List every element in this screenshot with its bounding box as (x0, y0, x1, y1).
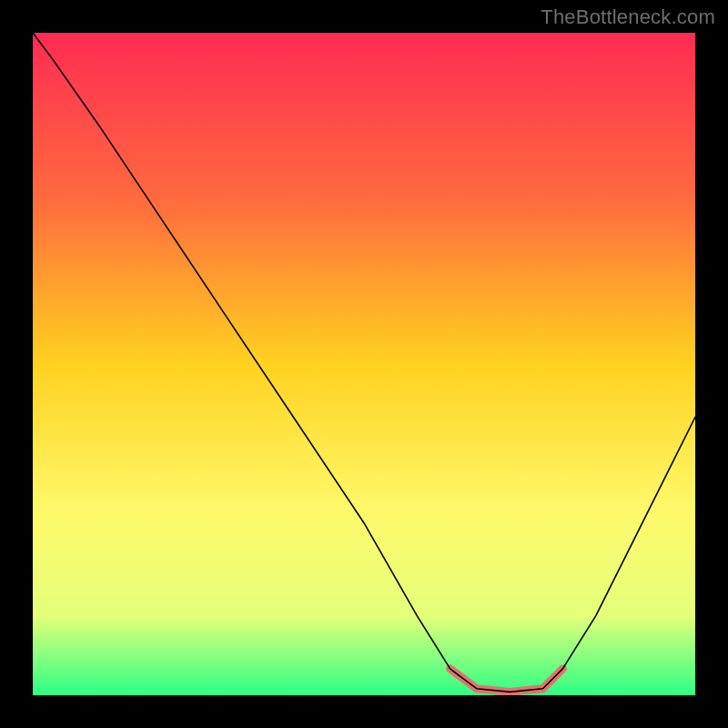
plot-area (33, 33, 695, 695)
watermark: TheBottleneck.com (541, 5, 715, 29)
gradient-background (33, 33, 695, 695)
chart-frame: TheBottleneck.com (0, 0, 728, 728)
chart-svg (33, 33, 695, 695)
